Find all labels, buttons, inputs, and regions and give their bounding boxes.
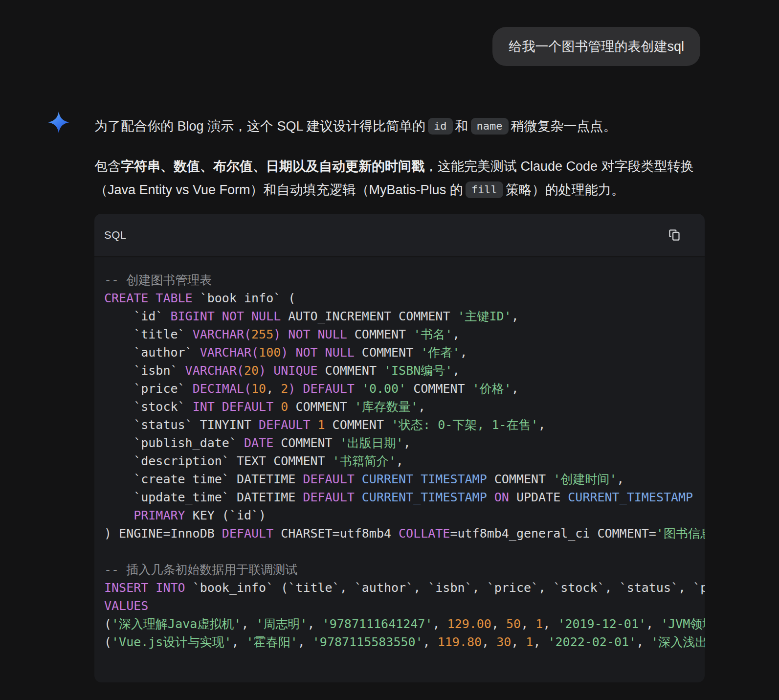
code-token: `title`: [104, 327, 193, 341]
sql-code-block: SQL -- 创建图书管理表CREATE TABLE `book_info` (…: [94, 214, 705, 682]
code-token: `price`: [104, 382, 193, 396]
code-token: ,: [491, 617, 506, 631]
code-token: ,: [432, 617, 447, 631]
code-token: NOT NULL: [222, 309, 281, 323]
code-token: DEFAULT: [259, 418, 310, 432]
code-line: [104, 542, 705, 561]
code-token: `id`: [104, 309, 170, 323]
code-token: [288, 345, 295, 360]
code-token: `book_info` (`title`, `author`, `isbn`, …: [185, 581, 705, 595]
code-token: `publish_date`: [104, 436, 244, 450]
code-line: `stock` INT DEFAULT 0 COMMENT '库存数量',: [104, 398, 705, 416]
code-token: `author`: [104, 345, 200, 360]
code-token: ,: [543, 617, 557, 631]
code-token: ,: [241, 617, 256, 631]
code-token: 129.00: [447, 617, 491, 631]
code-token: '状态: 0-下架, 1-在售': [391, 418, 538, 432]
code-token: 20: [244, 363, 259, 378]
code-line: ('深入理解Java虚拟机', '周志明', '9787111641247', …: [104, 615, 705, 633]
text-segment: 稍微复杂一点点。: [511, 119, 617, 134]
code-token: `isbn`: [104, 363, 185, 378]
code-token: INSERT INTO: [104, 581, 185, 595]
code-token: 100: [259, 345, 281, 360]
code-token: COMMENT: [273, 436, 339, 450]
code-token: ,: [460, 345, 467, 360]
code-token: ): [288, 382, 295, 396]
code-token: '书名': [413, 327, 452, 341]
code-line: -- 创建图书管理表: [104, 271, 705, 289]
code-language-label: SQL: [104, 229, 127, 242]
inline-code: fill: [466, 181, 503, 198]
code-token: AUTO_INCREMENT COMMENT: [281, 309, 457, 323]
code-line: `id` BIGINT NOT NULL AUTO_INCREMENT COMM…: [104, 307, 705, 325]
code-line: CREATE TABLE `book_info` (: [104, 289, 705, 307]
code-token: UNIQUE: [273, 363, 317, 378]
code-token: (: [104, 617, 111, 631]
code-token: PRIMARY: [134, 508, 185, 522]
assistant-paragraph-2: 包含字符串、数值、布尔值、日期以及自动更新的时间戳，这能完美测试 Claude …: [94, 155, 705, 202]
code-token: -- 插入几条初始数据用于联调测试: [104, 563, 297, 577]
user-message-text: 给我一个图书管理的表创建sql: [509, 39, 684, 54]
code-token: '9787111641247': [322, 617, 433, 631]
code-token: `status` TINYINT: [104, 418, 259, 432]
code-token: ,: [538, 418, 546, 432]
code-token: ,: [521, 617, 535, 631]
assistant-message-row: 为了配合你的 Blog 演示，这个 SQL 建议设计得比简单的id和name稍微…: [0, 109, 779, 695]
code-line: `publish_date` DATE COMMENT '出版日期',: [104, 434, 705, 452]
code-token: ,: [452, 327, 460, 341]
code-line: `update_time` DATETIME DEFAULT CURRENT_T…: [104, 488, 705, 506]
code-token: [295, 382, 303, 396]
code-token: [104, 508, 134, 522]
code-token: '库存数量': [355, 400, 418, 414]
code-line: `isbn` VARCHAR(20) UNIQUE COMMENT 'ISBN编…: [104, 361, 705, 380]
code-token: ,: [512, 382, 519, 396]
code-token: ,: [533, 635, 548, 649]
code-token: VARCHAR(: [200, 345, 259, 360]
text-segment: 为了配合你的 Blog 演示，这个 SQL 建议设计得比简单的: [94, 119, 425, 134]
text-segment: 和: [455, 119, 468, 134]
code-token: CHARSET=utf8mb4: [273, 526, 399, 541]
chat-page: 给我一个图书管理的表创建sql 为了配合你的 Blog 演示，这个 SQL 建议…: [0, 0, 779, 695]
code-token: [355, 490, 362, 504]
code-token: VALUES: [104, 599, 148, 613]
code-token: 'JVM领域: [661, 617, 705, 631]
code-token: =utf8mb4_general_ci COMMENT=: [450, 526, 656, 541]
code-token: 10: [251, 382, 266, 396]
code-token: '出版日期': [340, 436, 403, 450]
code-token: '深入浅出: [651, 635, 705, 649]
inline-code: id: [428, 118, 453, 135]
code-line: VALUES: [104, 597, 705, 615]
code-token: '深入理解Java虚拟机': [111, 617, 241, 631]
code-token: COMMENT: [406, 382, 472, 396]
code-token: INT: [193, 400, 215, 414]
code-line: INSERT INTO `book_info` (`title`, `autho…: [104, 579, 705, 597]
code-token: ,: [646, 617, 661, 631]
code-token: 1: [535, 617, 543, 631]
code-token: DEFAULT: [303, 382, 354, 396]
code-token: VARCHAR(: [185, 363, 244, 378]
sql-code-content[interactable]: -- 创建图书管理表CREATE TABLE `book_info` ( `id…: [94, 257, 705, 682]
code-token: COMMENT: [347, 327, 413, 341]
user-message-row: 给我一个图书管理的表创建sql: [0, 0, 779, 66]
code-token: CURRENT_TIMESTAMP: [362, 490, 487, 504]
code-token: COLLATE: [399, 526, 450, 541]
code-token: KEY (`id`): [185, 508, 267, 522]
code-token: 0: [281, 400, 288, 414]
sparkle-icon: [48, 112, 69, 133]
code-token: CREATE TABLE: [104, 291, 193, 305]
code-token: ,: [511, 635, 526, 649]
copy-code-button[interactable]: [666, 227, 683, 244]
code-token: ,: [617, 472, 624, 486]
code-token: DECIMAL(: [193, 382, 251, 396]
code-token: ,: [266, 382, 281, 396]
code-line: PRIMARY KEY (`id`): [104, 506, 705, 524]
code-token: (: [104, 635, 111, 649]
code-token: '书籍简介': [333, 454, 396, 468]
code-line: -- 插入几条初始数据用于联调测试: [104, 561, 705, 579]
code-token: DATE: [244, 436, 273, 450]
code-token: [266, 363, 273, 378]
code-token: [273, 400, 281, 414]
code-token: 1: [526, 635, 533, 649]
code-token: '霍春阳': [246, 635, 298, 649]
code-token: ) ENGINE=InnoDB: [104, 526, 222, 541]
